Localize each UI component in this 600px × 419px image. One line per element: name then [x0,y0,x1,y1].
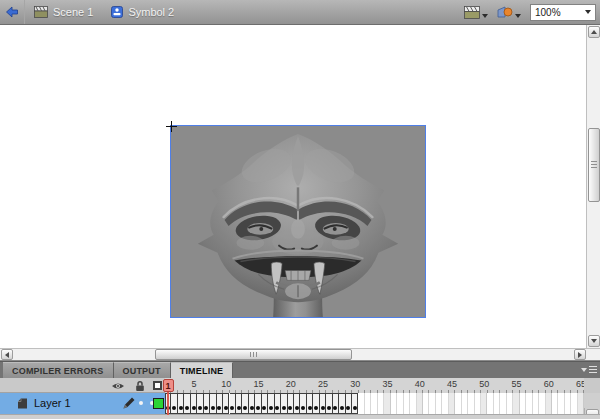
ruler-frame-label: 50 [476,379,492,389]
layer-outline-color-swatch[interactable] [153,398,164,409]
tab-output[interactable]: OUTPUT [114,362,171,378]
keyframe-dot [179,406,183,410]
keyframe-dot [185,406,189,410]
keyframe-dot [256,406,260,410]
ruler-frame-label: 30 [347,379,363,389]
edit-scene-button[interactable] [464,6,488,19]
timeline-layer-row: Layer 1 [0,393,600,414]
left-arrow-icon [5,352,9,358]
layer-frames-strip[interactable] [165,393,584,414]
keyframe-dot [172,406,176,410]
timeline-bottom-strip [0,414,600,419]
keyframe-dot [308,406,312,410]
stage-workspace[interactable] [0,25,600,348]
layer-page-icon [16,397,29,410]
edit-symbol-icon [497,5,513,19]
breadcrumb-scene-label: Scene 1 [53,6,93,18]
outline-column-square-icon[interactable] [153,381,162,390]
selected-symbol-bitmap[interactable] [170,125,426,318]
timeline-panel: 5101520253035404550556065 1 Layer 1 [0,378,600,419]
scroll-up-button[interactable] [588,26,600,38]
panel-menu-lines-icon [589,366,597,373]
right-arrow-icon [578,352,582,358]
keyframe-dot [321,406,325,410]
panel-tab-bar: COMPILER ERRORS OUTPUT TIMELINE [0,361,600,378]
edit-scene-icon [464,6,480,19]
keyframe-dot [192,406,196,410]
ruler-frame-label: 35 [380,379,396,389]
scroll-right-button[interactable] [574,349,586,360]
keyframe-dot [340,406,344,410]
show-hide-column-eye-icon[interactable] [111,381,125,391]
keyframe-dot [301,406,305,410]
ruler-frame-label: 60 [541,379,557,389]
scene-icon [34,6,48,18]
keyframe-dot [333,406,337,410]
back-button[interactable] [0,0,25,24]
lock-column-padlock-icon[interactable] [135,380,145,392]
vertical-scrollbar[interactable] [586,25,600,348]
horizontal-scrollbar-thumb[interactable] [155,349,352,360]
breadcrumb-symbol[interactable]: Symbol 2 [102,0,183,24]
down-arrow-icon [591,339,597,343]
edit-symbol-button[interactable] [497,5,521,19]
symbol-icon [111,6,123,18]
keyframe-dot [262,406,266,410]
tab-compiler-errors[interactable]: COMPILER ERRORS [3,362,114,378]
ruler-frame-label: 40 [412,379,428,389]
current-frame-number: 1 [165,381,170,391]
scroll-left-button[interactable] [1,349,13,360]
panel-menu-button[interactable] [581,366,597,373]
keyframe-dot [275,406,279,410]
keyframe-dot [346,406,350,410]
keyframe-dot [269,406,273,410]
keyframe-dot [204,406,208,410]
ruler-frame-label: 45 [444,379,460,389]
up-arrow-icon [591,30,597,34]
back-arrow-icon [5,6,19,18]
keyframe-dot [224,406,228,410]
playhead-frame-indicator[interactable]: 1 [163,379,174,392]
edit-scene-dropdown-arrow [482,14,488,18]
keyframe-dot [314,406,318,410]
frame-ruler[interactable]: 5101520253035404550556065 [165,378,584,393]
ruler-frame-label: 5 [186,379,202,389]
ruler-frame-label: 10 [218,379,234,389]
breadcrumb-symbol-label: Symbol 2 [128,6,174,18]
keyframe-dot [250,406,254,410]
vertical-scrollbar-thumb[interactable] [588,128,600,202]
scroll-down-button[interactable] [588,335,600,347]
keyframe-dot [288,406,292,410]
horizontal-scrollbar[interactable] [0,348,600,361]
ruler-frame-label: 55 [509,379,525,389]
tab-timeline[interactable]: TIMELINE [171,362,234,378]
layer-visibility-dot[interactable] [139,401,143,405]
keyframe-dot [198,406,202,410]
zoom-level-combobox[interactable]: 100% [530,4,596,21]
tab-timeline-label: TIMELINE [180,366,224,376]
keyframe-dot [211,406,215,410]
zoom-dropdown-arrow [585,10,591,14]
keyframe-dot [295,406,299,410]
ruler-corner [584,378,600,393]
monster-head-image [171,126,425,317]
keyframe-dot [237,406,241,410]
breadcrumb-scene[interactable]: Scene 1 [25,0,102,24]
keyframe-dot [243,406,247,410]
flash-document-window: Scene 1 Symbol 2 [0,0,600,419]
keyframe-dot [282,406,286,410]
editing-pencil-icon [122,396,136,410]
ruler-frame-label: 20 [283,379,299,389]
ruler-frame-label: 25 [315,379,331,389]
tab-compiler-errors-label: COMPILER ERRORS [12,366,104,376]
tab-output-label: OUTPUT [123,366,161,376]
layer-row-header[interactable]: Layer 1 [0,393,165,414]
timeline-header: 5101520253035404550556065 1 [0,378,600,393]
edit-bar: Scene 1 Symbol 2 [0,0,600,25]
keyframe-dot [327,406,331,410]
zoom-level-value: 100% [535,7,561,18]
layer-name[interactable]: Layer 1 [34,397,71,409]
keyframe-dot [217,406,221,410]
keyframe-dot [353,406,357,410]
edit-symbol-dropdown-arrow [515,14,521,18]
